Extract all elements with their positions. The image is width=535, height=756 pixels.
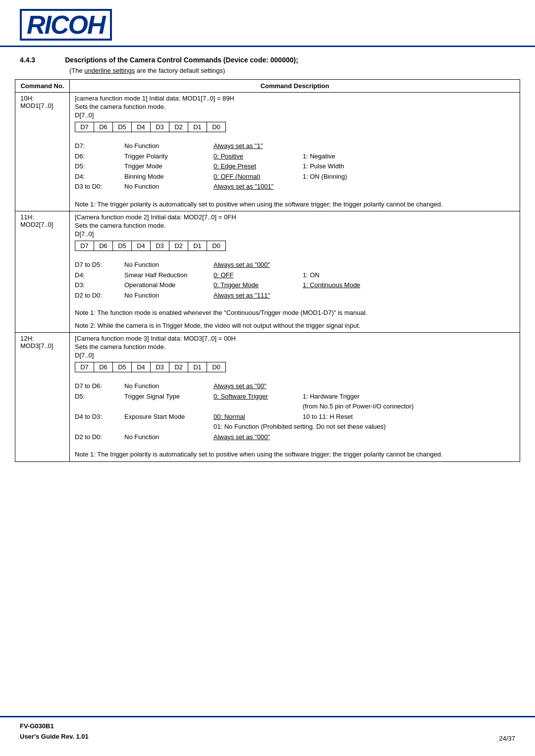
field-val2-1-1: 1: ON [303, 270, 320, 280]
field-row-0-1: D6:Trigger Polarity0: Positive1: Negativ… [75, 151, 515, 161]
field-val-0-3: 0: OFF (Normal) [214, 172, 303, 182]
footer-model-info: FV-G030B1 User's Guide Rev. 1.01 [20, 721, 89, 742]
cmd-cell-0: 10H:MOD1[7..0] [15, 93, 70, 211]
section-subtitle: (The underline settings are the factory … [0, 66, 535, 79]
field-name-0-2: D5: [75, 161, 124, 171]
bit-cell-1-3: D4 [132, 241, 151, 251]
field-row-2-3: D4 to D3:Exposure Start Mode00: Normal10… [75, 412, 515, 422]
field-row-0-0: D7:No FunctionAlways set as "1" [75, 141, 515, 151]
field-row-2-2: (from No.5 pin of Power-I/O connector) [75, 402, 515, 411]
field-val-1-2: 0: Trigger Mode [214, 280, 303, 290]
field-section-1: D7 to D5:No FunctionAlways set as "000"D… [75, 260, 515, 300]
field-row-1-0: D7 to D5:No FunctionAlways set as "000" [75, 260, 515, 270]
field-name-2-1: D5: [75, 392, 124, 402]
commands-table: Command No. Command Description 10H:MOD1… [15, 79, 520, 462]
bit-cell-2-4: D3 [151, 362, 169, 372]
desc-cell-2: [Camera function mode 3] Initial data: M… [70, 333, 520, 462]
ricoh-logo: RICOH [20, 9, 112, 41]
field-label-1-0: No Function [124, 260, 214, 270]
sets-mode-0: Sets the camera function mode. [75, 103, 515, 110]
initial-data-1: [Camera function mode 2] Initial data: M… [75, 213, 515, 221]
field-val-2-2 [214, 402, 303, 411]
note-2-0: Note 1: The trigger polarity is automati… [75, 450, 515, 459]
field-val-2-4: 01: No Function (Prohibited setting. Do … [214, 422, 386, 432]
section-title-block: 4.4.3Descriptions of the Camera Control … [0, 47, 535, 66]
cmd-cell-2: 12H:MOD3[7..0] [15, 333, 70, 462]
bit-cell-0-1: D6 [94, 122, 113, 132]
field-row-1-2: D3:Operational Mode0: Trigger Mode1: Con… [75, 280, 515, 290]
field-name-0-1: D6: [75, 151, 124, 161]
initial-data-0: [camera function mode 1] Initial data: M… [75, 95, 515, 102]
d-label-2: D[7..0] [75, 352, 515, 359]
field-row-0-4: D3 to D0:No FunctionAlways set as "1001" [75, 182, 515, 192]
footer-model: FV-G030B1 [20, 721, 89, 732]
bit-cell-2-6: D1 [188, 362, 207, 372]
field-row-0-3: D4:Binning Mode0: OFF (Normal)1: ON (Bin… [75, 172, 515, 182]
bit-cell-1-7: D0 [207, 241, 226, 251]
field-val2-0-2: 1: Pulse Width [303, 161, 344, 171]
field-label-0-1: Trigger Polarity [124, 151, 214, 161]
field-val-0-0: Always set as "1" [214, 141, 303, 151]
bit-cell-2-3: D4 [132, 362, 151, 372]
initial-data-2: [Camera function mode 3] Initial data: M… [75, 335, 515, 342]
bit-cell-1-1: D6 [94, 241, 113, 251]
field-label-0-0: No Function [124, 141, 214, 151]
bit-cell-0-6: D1 [188, 122, 207, 132]
field-name-2-2 [75, 402, 124, 411]
field-val2-2-2: (from No.5 pin of Power-I/O connector) [303, 402, 414, 411]
field-row-1-1: D4:Smear Half Reduction0: OFF1: ON [75, 270, 515, 280]
field-name-0-3: D4: [75, 172, 124, 182]
field-label-2-0: No Function [124, 381, 214, 391]
field-label-1-2: Operational Mode [124, 280, 214, 290]
bit-cell-0-4: D3 [151, 122, 169, 132]
bit-cell-0-3: D4 [132, 122, 151, 132]
field-val2-0-1: 1: Negative [303, 151, 335, 161]
field-val-0-1: 0: Positive [214, 151, 303, 161]
field-row-2-5: D2 to D0:No FunctionAlways set as "000" [75, 432, 515, 442]
bit-table-1: D7D6D5D4D3D2D1D0 [75, 241, 226, 251]
bit-cell-2-0: D7 [75, 362, 94, 372]
field-name-0-4: D3 to D0: [75, 182, 124, 192]
field-section-2: D7 to D6:No FunctionAlways set as "00"D5… [75, 381, 515, 442]
field-name-1-1: D4: [75, 270, 124, 280]
field-val2-0-3: 1: ON (Binning) [303, 172, 347, 182]
bit-cell-2-7: D0 [207, 362, 226, 372]
bit-cell-2-1: D6 [94, 362, 113, 372]
bit-cell-1-0: D7 [75, 241, 94, 251]
footer-guide: User's Guide Rev. 1.01 [20, 732, 89, 742]
bit-cell-1-2: D5 [113, 241, 132, 251]
field-name-1-3: D2 to D0: [75, 291, 124, 301]
bit-cell-0-7: D0 [207, 122, 226, 132]
field-name-1-0: D7 to D5: [75, 260, 124, 270]
desc-cell-0: [camera function mode 1] Initial data: M… [70, 93, 520, 211]
footer-page: 24/37 [499, 735, 515, 742]
field-label-2-5: No Function [124, 432, 214, 442]
field-label-0-4: No Function [124, 182, 214, 192]
note-1-0: Note 1: The function mode is enabled whe… [75, 308, 515, 318]
section-number: 4.4.3 [20, 56, 35, 64]
field-label-1-1: Smear Half Reduction [124, 270, 214, 280]
cmd-cell-1: 11H:MOD2[7..0] [15, 211, 70, 333]
col-header-desc: Command Description [70, 80, 520, 93]
field-label-2-4 [124, 422, 214, 432]
field-label-1-3: No Function [124, 291, 214, 301]
field-name-2-0: D7 to D6: [75, 381, 124, 391]
field-row-2-0: D7 to D6:No FunctionAlways set as "00" [75, 381, 515, 391]
note-1-1: Note 2: While the camera is in Trigger M… [75, 321, 515, 331]
field-name-2-3: D4 to D3: [75, 412, 124, 422]
desc-cell-1: [Camera function mode 2] Initial data: M… [70, 211, 520, 333]
bit-cell-0-0: D7 [75, 122, 94, 132]
field-row-2-4: 01: No Function (Prohibited setting. Do … [75, 422, 515, 432]
page-header: RICOH [0, 0, 535, 47]
field-label-2-2 [124, 402, 214, 411]
field-label-2-1: Trigger Signal Type [124, 392, 214, 402]
field-row-2-1: D5:Trigger Signal Type0: Software Trigge… [75, 392, 515, 402]
field-val-1-0: Always set as "000" [214, 260, 303, 270]
field-row-0-2: D5:Trigger Mode0: Edge Preset1: Pulse Wi… [75, 161, 515, 171]
note-0-0: Note 1: The trigger polarity is automati… [75, 200, 515, 209]
bit-cell-1-5: D2 [169, 241, 188, 251]
field-val-1-3: Always set as "111" [214, 291, 303, 301]
field-label-0-2: Trigger Mode [124, 161, 214, 171]
field-name-2-5: D2 to D0: [75, 432, 124, 442]
field-label-0-3: Binning Mode [124, 172, 214, 182]
